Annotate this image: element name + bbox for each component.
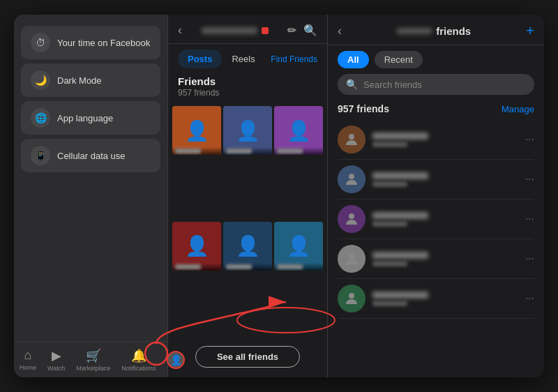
home-label: Home xyxy=(20,364,36,371)
filter-tab-recent[interactable]: Recent xyxy=(375,51,423,68)
friend-info xyxy=(372,252,518,266)
middle-header: ‹ ✏ 🔍 xyxy=(168,15,327,44)
nav-profile[interactable]: 👤 xyxy=(161,348,190,372)
app-language-icon: 🌐 xyxy=(31,108,50,128)
friend-list-avatar xyxy=(338,165,365,193)
tab-reels[interactable]: Reels xyxy=(222,50,264,68)
watch-icon: ▶ xyxy=(52,348,61,363)
friends-title: Friends xyxy=(178,75,219,87)
filter-tab-all[interactable]: All xyxy=(338,51,369,68)
right-panel-title: friends xyxy=(436,25,471,37)
friend-list-avatar xyxy=(338,205,365,233)
friend-info xyxy=(372,133,518,147)
friend-name-blur xyxy=(372,172,428,179)
bottom-nav: ⌂ Home ▶ Watch 🛒 Marketplace 🔔 Notificat… xyxy=(14,341,167,377)
profile-name-blurred xyxy=(202,27,257,34)
manage-friends-link[interactable]: Manage xyxy=(502,104,534,114)
friend-options-icon[interactable]: ··· xyxy=(525,252,534,265)
header-action-icons: ✏ 🔍 xyxy=(287,24,317,37)
friend-cell-4[interactable]: 👤 xyxy=(172,222,221,271)
svg-point-1 xyxy=(349,174,354,179)
app-frame: ⏱ Your time on Facebook 🌙 Dark Mode 🌐 Ap… xyxy=(14,15,544,377)
friend-sub-blur xyxy=(372,301,407,306)
friends-grid: 👤 👤 👤 👤 👤 👤 xyxy=(172,102,323,339)
friend-options-icon[interactable]: ··· xyxy=(525,173,534,186)
friend-sub-blur xyxy=(372,221,407,227)
svg-point-2 xyxy=(349,213,354,219)
notifications-label: Notifications xyxy=(121,365,156,372)
middle-profile-panel: ‹ ✏ 🔍 Posts Reels Friends 957 friends Fi… xyxy=(167,15,328,377)
friends-count: 957 friends xyxy=(178,88,219,98)
friends-list: ··· ··· ··· xyxy=(328,120,544,377)
see-all-friends-button[interactable]: See all friends xyxy=(195,346,300,368)
friend-count-row: 957 friends Manage xyxy=(328,100,544,120)
friend-name-blur xyxy=(372,252,428,259)
right-name-blurred xyxy=(397,28,432,34)
friend-info xyxy=(372,212,518,227)
right-title-section: friends xyxy=(397,25,471,37)
marketplace-label: Marketplace xyxy=(76,365,110,372)
friends-search-bar[interactable]: 🔍 Search friends xyxy=(338,74,534,95)
nav-home[interactable]: ⌂ Home xyxy=(14,345,42,374)
marketplace-icon: 🛒 xyxy=(86,348,101,363)
profile-avatar: 👤 xyxy=(167,351,185,369)
your-time-label: Your time on Facebook xyxy=(57,38,150,48)
friend-cell-1[interactable]: 👤 xyxy=(172,106,221,155)
menu-item-dark-mode[interactable]: 🌙 Dark Mode xyxy=(21,63,160,97)
friends-section-header: Friends 957 friends Find Friends xyxy=(168,68,327,102)
dark-mode-label: Dark Mode xyxy=(57,75,102,86)
friends-count-label: 957 friends xyxy=(338,103,389,114)
friend-options-icon[interactable]: ··· xyxy=(525,292,534,305)
nav-marketplace[interactable]: 🛒 Marketplace xyxy=(70,345,116,375)
svg-point-3 xyxy=(349,253,354,259)
friend-options-icon[interactable]: ··· xyxy=(525,213,534,225)
friend-options-icon[interactable]: ··· xyxy=(525,133,534,146)
cellular-data-icon: 📱 xyxy=(31,146,50,165)
home-icon: ⌂ xyxy=(24,348,32,363)
menu-item-app-language[interactable]: 🌐 App language xyxy=(21,101,160,135)
friend-sub-blur xyxy=(372,181,407,187)
svg-point-4 xyxy=(349,293,354,299)
menu-item-cellular-data[interactable]: 📱 Cellular data use xyxy=(21,139,160,172)
list-item[interactable]: ··· xyxy=(338,239,534,279)
search-placeholder: Search friends xyxy=(363,80,422,90)
list-item[interactable]: ··· xyxy=(338,160,534,199)
filter-tabs-row: All Recent xyxy=(328,45,544,74)
list-item[interactable]: ··· xyxy=(338,199,534,239)
cellular-data-label: Cellular data use xyxy=(57,151,126,161)
friend-sub-blur xyxy=(372,142,407,147)
see-all-wrap: See all friends xyxy=(168,339,327,377)
right-friends-panel: ‹ friends + All Recent 🔍 Search friends … xyxy=(328,15,544,377)
nav-watch[interactable]: ▶ Watch xyxy=(42,345,70,375)
your-time-icon: ⏱ xyxy=(31,33,50,52)
right-header: ‹ friends + xyxy=(328,15,544,45)
find-friends-link[interactable]: Find Friends xyxy=(271,54,317,64)
friend-cell-5[interactable]: 👤 xyxy=(223,222,272,271)
friend-name-blur xyxy=(372,292,428,299)
menu-item-your-time[interactable]: ⏱ Your time on Facebook xyxy=(21,26,160,59)
nav-notifications[interactable]: 🔔 Notifications xyxy=(116,345,161,375)
dark-mode-icon: 🌙 xyxy=(31,70,50,90)
notifications-icon: 🔔 xyxy=(131,348,146,363)
friend-info xyxy=(372,292,518,306)
friend-name-blur xyxy=(372,212,428,219)
add-friend-button[interactable]: + xyxy=(526,23,534,39)
watch-label: Watch xyxy=(47,365,65,372)
list-item[interactable]: ··· xyxy=(338,120,534,160)
list-item[interactable]: ··· xyxy=(338,279,534,319)
svg-point-0 xyxy=(349,134,354,140)
friend-list-avatar xyxy=(338,285,365,312)
tab-posts[interactable]: Posts xyxy=(178,50,222,68)
friend-cell-3[interactable]: 👤 xyxy=(274,106,323,155)
right-back-button[interactable]: ‹ xyxy=(338,24,342,38)
friend-list-avatar xyxy=(338,245,365,273)
friend-sub-blur xyxy=(372,261,407,266)
edit-icon[interactable]: ✏ xyxy=(287,24,296,37)
friend-name-blur xyxy=(372,133,428,140)
friend-cell-2[interactable]: 👤 xyxy=(223,106,272,155)
search-icon[interactable]: 🔍 xyxy=(303,24,317,37)
status-indicator xyxy=(262,27,269,34)
friend-cell-6[interactable]: 👤 xyxy=(274,222,323,271)
app-language-label: App language xyxy=(57,113,113,123)
left-settings-panel: ⏱ Your time on Facebook 🌙 Dark Mode 🌐 Ap… xyxy=(14,15,167,377)
